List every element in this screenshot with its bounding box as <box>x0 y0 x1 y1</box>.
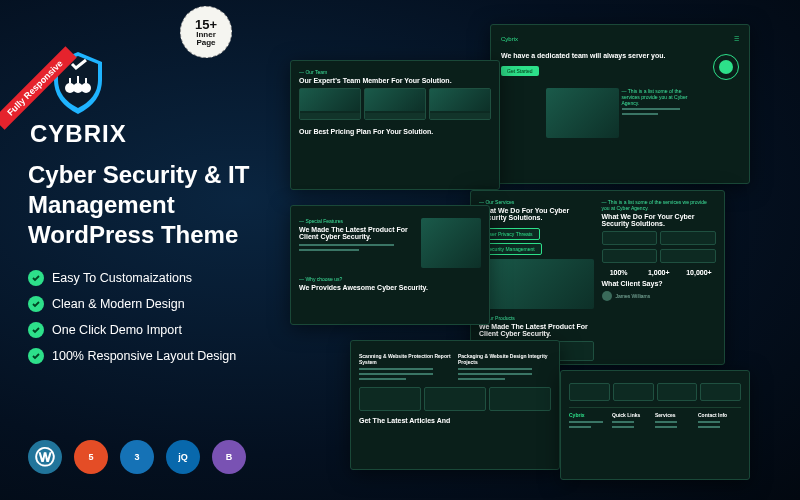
shot-title: What We Do For Your Cyber Security Solut… <box>602 213 717 227</box>
shot-sub: — Our Products <box>479 315 594 321</box>
shot-title: We Provides Awesome Cyber Security. <box>299 284 481 291</box>
shot-sub: — This is a list some of the services we… <box>602 199 717 211</box>
shot-sub: — Why choose us? <box>299 276 481 282</box>
pages-label2: Page <box>196 39 215 47</box>
screenshot-hero: Cybrix☰ We have a dedicated team will al… <box>490 24 750 184</box>
shot-title: Our Expert's Team Member For Your Soluti… <box>299 77 491 84</box>
jquery-icon: jQ <box>166 440 200 474</box>
feature-label: Clean & Modern Design <box>52 297 185 311</box>
shot-sub: — Our Team <box>299 69 491 75</box>
stat: 100% <box>602 269 636 276</box>
tech-icons: ⓦ 5 3 jQ B <box>28 440 246 474</box>
svg-point-2 <box>81 83 91 93</box>
check-icon <box>28 322 44 338</box>
wordpress-icon: ⓦ <box>28 440 62 474</box>
col-head: Packaging & Website Design Integrity Pro… <box>458 353 551 365</box>
feature-item: 100% Responsive Layout Design <box>28 348 288 364</box>
shot-title: What We Do For You Cyber Security Soluti… <box>479 207 594 221</box>
screenshots-collage: Cybrix☰ We have a dedicated team will al… <box>280 10 790 490</box>
feature-item: One Click Demo Import <box>28 322 288 338</box>
shot-sub: — Our Services <box>479 199 594 205</box>
pages-count-badge: 15+ Inner Page <box>180 6 232 58</box>
feature-label: One Click Demo Import <box>52 323 182 337</box>
check-icon <box>28 296 44 312</box>
shot-title: What Client Says? <box>602 280 717 287</box>
html5-icon: 5 <box>74 440 108 474</box>
shot-title: We Made The Latest Product For Client Cy… <box>299 226 418 240</box>
client-name: James Williams <box>616 293 651 299</box>
shot-title: Get The Latest Articles And <box>359 417 551 424</box>
shot-brand: Cybrix <box>501 36 518 42</box>
check-icon <box>28 348 44 364</box>
feature-list: Easy To Customaizations Clean & Modern D… <box>28 270 288 374</box>
feature-label: Easy To Customaizations <box>52 271 192 285</box>
css3-icon: 3 <box>120 440 154 474</box>
shot-button: Get Started <box>501 66 539 76</box>
feature-item: Easy To Customaizations <box>28 270 288 286</box>
shot-sub: — This is a list some of the services pr… <box>622 88 695 106</box>
screenshot-footer: Cybrix Quick Links Services Contact Info <box>560 370 750 480</box>
bootstrap-icon: B <box>212 440 246 474</box>
stat: 10,000+ <box>682 269 716 276</box>
foot-col: Contact Info <box>698 412 741 418</box>
page-title: Cyber Security & IT Management WordPress… <box>28 160 268 250</box>
feature-item: Clean & Modern Design <box>28 296 288 312</box>
screenshot-services: — Our Services What We Do For You Cyber … <box>470 190 725 365</box>
shot-title: We Made The Latest Product For Client Cy… <box>479 323 594 337</box>
col-head: Scanning & Website Protection Report Sys… <box>359 353 452 365</box>
feature-label: 100% Responsive Layout Design <box>52 349 236 363</box>
foot-col: Services <box>655 412 698 418</box>
screenshot-team: — Our Team Our Expert's Team Member For … <box>290 60 500 190</box>
screenshot-cols: Scanning & Website Protection Report Sys… <box>350 340 560 470</box>
brand-name: CYBRIX <box>30 120 127 148</box>
screenshot-features: — Special FeaturesWe Made The Latest Pro… <box>290 205 490 325</box>
lock-shield-icon <box>713 54 739 80</box>
foot-col: Quick Links <box>612 412 655 418</box>
shot-hero-title: We have a dedicated team will always ser… <box>501 52 705 59</box>
foot-brand: Cybrix <box>569 412 612 418</box>
pages-count: 15+ <box>195 18 217 31</box>
check-icon <box>28 270 44 286</box>
shot-sub: — Special Features <box>299 218 418 224</box>
brand-logo: CYBRIX <box>30 50 127 148</box>
stat: 1,000+ <box>642 269 676 276</box>
shot-title: Our Best Pricing Plan For Your Solution. <box>299 128 491 135</box>
